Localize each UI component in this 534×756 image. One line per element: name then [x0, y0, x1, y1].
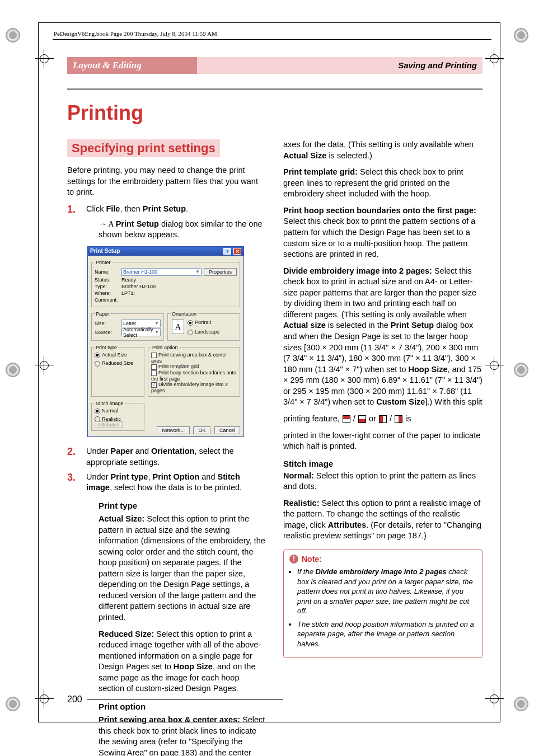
help-icon[interactable]: ?	[223, 248, 231, 255]
paper-size-select[interactable]: Letter ▼	[121, 320, 161, 327]
note-item-2: The stitch and hoop position information…	[297, 619, 476, 649]
left-column: Specifying print settings Before printin…	[67, 139, 266, 756]
divide-desc: Divide embroidery image into 2 pages: Se…	[283, 266, 483, 408]
section-subtitle: Specifying print settings	[67, 139, 220, 157]
step-number: 2.	[67, 446, 78, 468]
split-feature-line: printing feature, / or / is	[283, 414, 483, 425]
reg-mark	[514, 697, 528, 711]
divider	[67, 88, 483, 90]
reg-mark	[6, 363, 20, 377]
section-tabs: Layout & Editing Saving and Printing	[67, 57, 483, 74]
actual-size-desc: Actual Size: Select this option to print…	[99, 514, 266, 623]
step-1-result: → A Print Setup dialog box similar to th…	[99, 219, 266, 241]
running-header: PeDesignV6Eng.book Page 200 Thursday, Ju…	[54, 30, 217, 37]
half-left-icon	[379, 415, 387, 423]
printer-group: Printer Name: Brother HJ-100 ▼ Propertie…	[91, 260, 240, 307]
grid-desc: Print template grid: Select this check b…	[283, 167, 483, 200]
note-heading: Note:	[302, 555, 322, 564]
step-3: 3. Under Print type, Print Option and St…	[67, 472, 266, 494]
stitch-image-group: Stitch image Normal Realistic Attributes	[91, 401, 144, 431]
chevron-down-icon: ▼	[195, 269, 200, 274]
note-item-1: If the Divide embroidery image into 2 pa…	[297, 567, 476, 616]
boundaries-desc: Print hoop section boundaries onto the f…	[283, 205, 483, 260]
print-type-group: Print type Actual Size Reduced Size	[91, 345, 144, 397]
half-right-icon	[395, 415, 402, 423]
properties-button[interactable]: Properties	[204, 268, 237, 276]
close-icon[interactable]: ✕	[233, 248, 241, 255]
step-number: 3.	[67, 472, 78, 494]
opt4-check[interactable]	[151, 382, 158, 388]
printed-lower: printed in the lower-right corner of the…	[283, 430, 483, 452]
reg-mark	[514, 363, 528, 377]
half-top-icon	[343, 415, 350, 423]
intro-text: Before printing, you may need to change …	[67, 165, 266, 198]
opt2-check[interactable]	[151, 364, 158, 370]
reg-mark	[6, 28, 20, 43]
reg-mark	[6, 697, 20, 711]
page-content: Layout & Editing Saving and Printing Pri…	[67, 57, 483, 694]
page-number: 200	[67, 694, 82, 705]
page-number-rule	[87, 699, 283, 700]
book-header-text: PeDesignV6Eng.book Page 200 Thursday, Ju…	[54, 30, 217, 37]
normal-desc: Normal: Select this option to print the …	[283, 471, 483, 492]
chevron-down-icon: ▼	[154, 330, 159, 335]
reg-mark	[514, 28, 528, 43]
step-number: 1.	[67, 204, 78, 215]
orientation-preview-icon: A	[172, 320, 184, 334]
attributes-button[interactable]: Attributes	[95, 421, 123, 428]
opt3-check[interactable]	[151, 370, 158, 376]
chevron-down-icon: ▼	[154, 321, 159, 326]
tab-right: Saving and Printing	[197, 57, 483, 74]
landscape-radio[interactable]	[188, 329, 195, 335]
ok-button[interactable]: OK	[193, 426, 210, 434]
axes-desc: Print sewing area box & center axes: Sel…	[99, 715, 266, 756]
cancel-button[interactable]: Cancel	[214, 426, 240, 434]
dialog-title: Print Setup	[90, 248, 120, 254]
actual-size-radio[interactable]	[95, 352, 102, 358]
right-column: axes for the data. (This setting is only…	[283, 139, 483, 756]
paper-group: Paper Size: Letter ▼ Source:	[91, 311, 164, 341]
print-type-heading: Print type	[99, 500, 266, 511]
network-button[interactable]: Network...	[157, 426, 190, 434]
paper-source-select[interactable]: Automatically Select ▼	[121, 328, 161, 336]
orientation-group: Orientation A Portrait Landscape	[167, 311, 240, 341]
page-title: Printing	[67, 101, 483, 125]
dialog-titlebar: Print Setup ? ✕	[88, 247, 243, 256]
printer-name-select[interactable]: Brother HJ-100 ▼	[121, 268, 202, 276]
step-2: 2. Under Paper and Orientation, select t…	[67, 446, 266, 468]
print-option-group: Print option Print sewing area box & cen…	[148, 345, 240, 397]
axes-desc-cont: axes for the data. (This setting is only…	[283, 139, 483, 161]
step-1: 1. Click File, then Print Setup.	[67, 204, 266, 215]
reduced-size-desc: Reduced Size: Select this option to prin…	[99, 629, 266, 694]
normal-radio[interactable]	[95, 408, 102, 414]
tab-left: Layout & Editing	[67, 57, 197, 74]
print-option-heading: Print option	[99, 701, 266, 712]
realistic-desc: Realistic: Select this option to print a…	[283, 498, 483, 542]
print-setup-dialog: Print Setup ? ✕ Printer Name: Brother HJ…	[87, 246, 244, 438]
reduced-size-radio[interactable]	[95, 360, 102, 367]
portrait-radio[interactable]	[188, 320, 195, 326]
stitch-image-heading: Stitch image	[283, 459, 483, 468]
alert-icon: !	[289, 555, 298, 564]
note-box: ! Note: If the Divide embroidery image i…	[283, 550, 483, 658]
half-bottom-icon	[358, 415, 366, 423]
opt1-check[interactable]	[151, 352, 158, 358]
